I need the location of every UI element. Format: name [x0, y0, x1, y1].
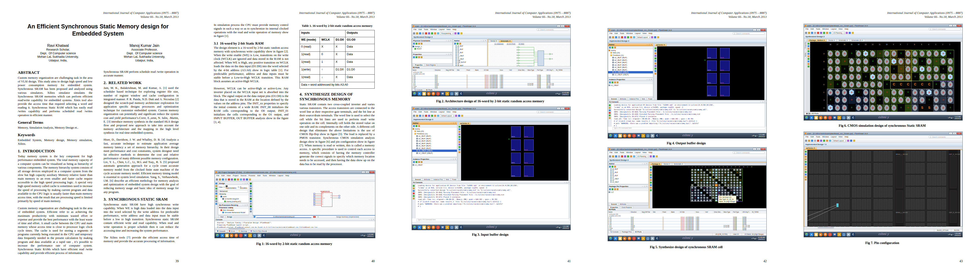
package-pin-cell: IO_L7p — [827, 104, 834, 112]
tree-item: o2_OBUF (OBUF) — [412, 152, 457, 154]
view-row: View:⬛ Implementation🜁 Simulation — [218, 185, 249, 190]
menu-layout: Layout — [278, 174, 283, 177]
package-pin-cell: IO_L10n — [848, 73, 855, 81]
tab-instance-pins: Instance Pins — [628, 98, 640, 100]
journal-header-line1: International Journal of Computer Applic… — [691, 11, 767, 15]
ruler-number: 6 — [914, 44, 915, 45]
toolbar-icon — [615, 36, 617, 38]
view-tab-package: Package ✕ — [650, 163, 662, 165]
device-tool-icon — [458, 141, 460, 143]
io-col-vref: Vref — [705, 211, 713, 213]
menu-window: Window — [822, 136, 829, 138]
tree-item: d2_IBUF — [608, 175, 648, 176]
xilinx-ise-icon: » — [837, 116, 841, 120]
tree-item-icon — [414, 133, 416, 135]
tree-item: wclk_BUFGP — [453, 62, 487, 63]
display-icon: ▢ — [646, 134, 650, 138]
folder-icon: ▤ — [814, 233, 818, 236]
package-pin-cell: IO_L2p — [919, 97, 926, 104]
continuation-paragraph: Synchronous SRAM perform schedule read /… — [103, 70, 179, 78]
package-pin-cell: IO_L8n — [834, 104, 841, 112]
side-tool-icon — [215, 195, 217, 197]
tcl-command-input: Type a Tcl command here — [417, 218, 570, 222]
tree-item-icon — [611, 54, 612, 56]
panel-tool-icon — [413, 161, 415, 163]
package-pin-cell: IO_L24n — [947, 73, 954, 81]
table1-caption: Table 1. 16-word by 2-bit static random … — [301, 24, 373, 28]
device-tool-icon — [655, 60, 656, 62]
menu-view: View — [447, 111, 450, 113]
taskbar-clock: 1:11 AM2/9/2013 — [759, 134, 765, 138]
isim-icon: ≋ — [455, 92, 458, 96]
table1-row[interactable]: 1(read)0XData — [300, 52, 375, 59]
panel-tool-icon — [418, 161, 420, 163]
ruler-number: 4 — [928, 44, 929, 45]
menu-layout: Layout — [831, 136, 837, 138]
table1-cell: X — [334, 74, 345, 82]
table1-row[interactable]: 1(read)1XData — [300, 59, 375, 67]
ruler-number: 1 — [950, 44, 950, 45]
tab-attributes: Attributes — [618, 98, 628, 100]
package-tool-icon — [808, 53, 810, 55]
toolbar-icon — [461, 115, 463, 117]
chrome-icon: ◔ — [632, 237, 636, 240]
tree-item: o2_OBUF (OBUF) — [608, 73, 653, 76]
panel-tool-icon — [617, 81, 619, 83]
tcl-line: # if {[catch {read_twx -name results_1 -… — [418, 201, 569, 203]
package-tool-icon — [808, 43, 810, 44]
document-canvas: International Journal of Computer Applic… — [0, 0, 980, 277]
io-col-bank: Bank — [474, 69, 483, 71]
app-icon — [215, 171, 217, 173]
app-icon — [805, 25, 807, 27]
table1-row[interactable]: 0 (read)XXData — [300, 44, 375, 52]
tree-item-icon — [455, 63, 457, 64]
io-group-all-ports: ▸ All ports (10) — [608, 213, 767, 215]
start-button-icon — [216, 233, 220, 237]
toolbar-icon — [633, 155, 635, 157]
tree-item-icon — [611, 175, 612, 176]
menu-edit: Edit — [811, 28, 814, 30]
taskbar-clock: 1:11 AM2/9/2013 — [563, 226, 570, 229]
device-tool-icon — [458, 131, 460, 133]
tree-item: o1_OBUF — [608, 84, 653, 87]
toolbar-icon — [621, 36, 623, 38]
tree-item: o1 — [608, 176, 648, 178]
tcl-line: INFO: [Designutils 20-658] Finished Pars… — [418, 194, 569, 196]
package-pin-cell: C — [912, 81, 918, 89]
table1-cell: 0 (read) — [300, 44, 320, 52]
table1-row[interactable]: 1(write)↑D1:D0D1:D0 — [300, 67, 375, 74]
package-pin-cell: IO_L5n — [856, 81, 862, 89]
journal-header: International Journal of Computer Applic… — [103, 11, 179, 19]
menu-help: Help — [649, 32, 652, 35]
toolbar-icon — [225, 179, 227, 180]
package-pin-cell: IO_L17n — [856, 97, 862, 104]
panel-tool-icon — [415, 43, 417, 44]
toolbar-icon — [805, 32, 807, 34]
table1-row[interactable]: 1(read)↓XData — [300, 74, 375, 82]
package-tool-icon — [650, 166, 652, 168]
row-letter: E — [824, 84, 824, 85]
desktop-watermark: eshmi y — [878, 232, 889, 236]
menu-bar: FileEditToolsWindowLayoutViewHelpQ- Sear… — [412, 28, 570, 31]
tray-icons: ◂ ⚑ ⬓ ◖ — [948, 234, 954, 236]
package-pin-cell: IO_L8p — [877, 81, 883, 89]
tree-item-icon — [221, 209, 222, 211]
tcl-line: # puts "WARNING: there was a problem imp… — [614, 122, 765, 125]
perspective-bar: Implemented Design * 3 — [804, 143, 963, 146]
panel-tool-icon — [459, 43, 461, 44]
tcl-line: INFO: [Designutils 20-671] Placed 3 inst… — [614, 116, 765, 118]
tcl-console-header: Tcl Console— ▢ ✕ — [608, 100, 767, 103]
device-tool-icon — [458, 151, 460, 153]
device-tool-icon — [805, 158, 807, 160]
synthesize-heading: 4. SYNTHESIZE DESIGN OF SYNCHRONOUS MEMO… — [299, 92, 375, 101]
io-col-vcco: Vcco — [499, 69, 509, 71]
page-41: International Journal of Computer Applic… — [392, 0, 588, 277]
planahead-icon: C — [459, 226, 463, 229]
package-pin-cell: IO_L20n — [919, 73, 926, 81]
internet-explorer-icon: e — [810, 116, 813, 120]
toolbar-icon — [243, 179, 245, 180]
table1-cell: ↓ — [320, 74, 334, 82]
toolbar-icon — [654, 36, 656, 38]
schematic-canvas: RAM16X2SWED0D1WCLKA0A1A2A3O0O1G:/xilinx/… — [253, 182, 375, 218]
desktop-watermark: eshmi y — [682, 236, 693, 240]
